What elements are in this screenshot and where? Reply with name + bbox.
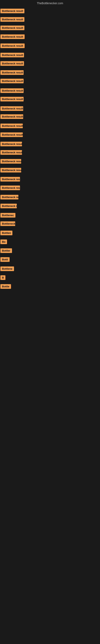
bottleneck-badge[interactable]: B	[0, 275, 5, 280]
bottleneck-badge-row: Bottlene	[0, 266, 14, 272]
bottleneck-badge-row: Bottleneck result	[0, 53, 24, 58]
bottleneck-badge[interactable]: Bottleneck result	[0, 61, 24, 66]
bottleneck-badge-row: Bottleneck result	[0, 168, 21, 173]
bottleneck-badge[interactable]: Bottlenec	[0, 213, 15, 218]
bottleneck-badge-row: Bottleneck r	[0, 204, 17, 209]
bottleneck-badge[interactable]: Bottleneck result	[0, 79, 24, 83]
bottleneck-badge-row: Bottleneck re	[0, 195, 18, 200]
bottleneck-badge-row: B	[0, 275, 5, 281]
bottleneck-badge-row: Bottleneck result	[0, 88, 24, 94]
bottleneck-badge-row: Bottleneck result	[0, 34, 25, 40]
bottleneck-badge[interactable]: Bottle	[0, 284, 11, 289]
bottleneck-badge-row: Bottlenec	[0, 213, 15, 218]
bottleneck-badge-row: Bottleneck result	[0, 97, 24, 102]
bottleneck-badge[interactable]: Bottleneck result	[0, 26, 24, 30]
bottleneck-badge[interactable]: Bottleneck result	[0, 132, 23, 137]
bottleneck-badge[interactable]: Bottleneck result	[0, 88, 24, 93]
bottleneck-badge[interactable]: Bottleneck result	[0, 114, 23, 119]
bottleneck-badge[interactable]: Bottleneck result	[0, 142, 22, 146]
bottleneck-badge[interactable]: Bottleneck result	[0, 124, 23, 128]
bottleneck-badge-row: Bottleneck result	[0, 61, 24, 66]
bottleneck-badge-row: Bottleneck result	[0, 124, 23, 129]
bottleneck-badge[interactable]: Bottlen	[0, 231, 12, 235]
bottleneck-badge[interactable]: Bottleneck result	[0, 150, 22, 155]
bottleneck-badge[interactable]: Bottler	[0, 248, 12, 253]
site-title: TheBottlenecker.com	[0, 0, 100, 6]
bottleneck-badge-row: Bottleneck result	[0, 159, 21, 164]
bottleneck-badge[interactable]: Bottlene	[0, 266, 14, 271]
bottleneck-badge-row: Bottleneck result	[0, 132, 23, 138]
bottleneck-badge-row: Bottle	[0, 284, 11, 290]
bottleneck-badge-row: Bo	[0, 240, 7, 245]
bottleneck-badge-row: Bottleneck result	[0, 114, 23, 120]
bottleneck-badge-row: Bottleneck result	[0, 70, 24, 76]
bottleneck-badge-row: Bottlen	[0, 231, 12, 236]
bottleneck-badge-row: Bottleneck result	[0, 17, 24, 22]
bottleneck-badge[interactable]: Bo	[0, 240, 7, 244]
bottleneck-badge[interactable]: Bottleneck result	[0, 70, 24, 75]
bottleneck-badge-row: Bottleneck result	[0, 142, 22, 147]
bottleneck-badge[interactable]: Bottleneck result	[0, 17, 24, 22]
bottleneck-badge-row: Bottleneck result	[0, 26, 24, 31]
bottleneck-badge-row: Bottleneck result	[0, 186, 20, 191]
bottleneck-badge[interactable]: Bottleneck result	[0, 168, 21, 172]
bottleneck-badge[interactable]: Bottleneck result	[0, 9, 24, 13]
bottleneck-badge[interactable]: Bottleneck result	[0, 34, 25, 39]
bottleneck-badge-row: Bottleneck result	[0, 9, 24, 14]
bottleneck-badge-row: Bottler	[0, 248, 12, 254]
bottleneck-badge[interactable]: Bottleneck	[0, 222, 15, 226]
bottleneck-badge[interactable]: Bottleneck re	[0, 195, 18, 200]
bottleneck-badge[interactable]: Bottleneck result	[0, 44, 25, 48]
bottleneck-badge-row: Bottl	[0, 257, 10, 263]
bottleneck-badge[interactable]: Bottl	[0, 257, 10, 262]
bottleneck-badge-row: Bottleneck result	[0, 79, 24, 84]
bottleneck-badge[interactable]: Bottleneck result	[0, 177, 20, 182]
bottleneck-badge[interactable]: Bottleneck result	[0, 159, 21, 164]
bottleneck-badge[interactable]: Bottleneck result	[0, 106, 23, 111]
bottleneck-badge-row: Bottleneck result	[0, 106, 23, 112]
bottleneck-badge[interactable]: Bottleneck result	[0, 186, 20, 190]
bottleneck-badge-row: Bottleneck	[0, 222, 15, 227]
bottleneck-badge[interactable]: Bottleneck result	[0, 53, 24, 57]
bottleneck-badge-row: Bottleneck result	[0, 44, 25, 49]
bottleneck-badge[interactable]: Bottleneck r	[0, 204, 17, 208]
bottleneck-badge-row: Bottleneck result	[0, 177, 20, 182]
bottleneck-badge[interactable]: Bottleneck result	[0, 97, 24, 102]
bottleneck-badge-row: Bottleneck result	[0, 150, 22, 156]
